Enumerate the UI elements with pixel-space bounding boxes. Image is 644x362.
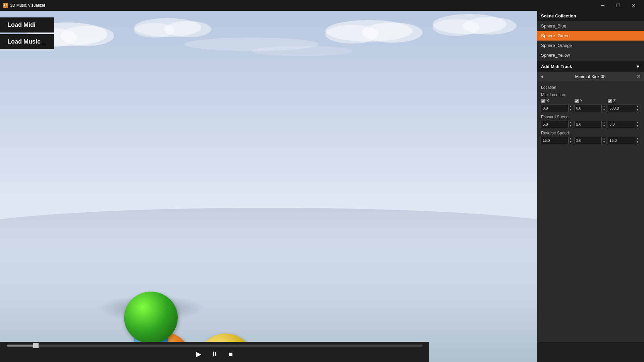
chevron-down-icon: ▼ xyxy=(636,64,640,69)
svg-point-8 xyxy=(362,22,423,43)
scene-item-sphere-blue[interactable]: Sphere_Blue xyxy=(537,21,644,31)
titlebar: AS 3D Music Visualizer ─ ☐ ✕ xyxy=(0,0,644,11)
y-axis-group: Y xyxy=(575,99,607,103)
forward-x-down[interactable]: ▼ xyxy=(569,124,573,128)
reverse-y-spinbox[interactable]: ▲ ▼ xyxy=(575,137,607,144)
forward-x-spinbox[interactable]: ▲ ▼ xyxy=(541,121,573,128)
reverse-z-spinbox[interactable]: ▲ ▼ xyxy=(608,137,640,144)
x-value-spinbox[interactable]: ▲ ▼ xyxy=(541,105,573,112)
forward-speed-values-row: ▲ ▼ ▲ ▼ ▲ xyxy=(541,121,640,128)
play-button[interactable]: ▶ xyxy=(193,349,204,359)
load-music-button[interactable]: Load Music _ xyxy=(0,34,54,49)
x-axis-label: X xyxy=(546,99,550,103)
forward-z-input[interactable] xyxy=(608,122,635,126)
titlebar-controls: ─ ☐ ✕ xyxy=(595,0,641,11)
svg-point-13 xyxy=(252,46,352,56)
z-spinbox-up[interactable]: ▲ xyxy=(635,105,640,108)
track-title: Minimal Kick 05 xyxy=(575,74,605,79)
forward-z-arrows: ▲ ▼ xyxy=(635,121,640,128)
playback-controls: ▶ ⏸ ■ xyxy=(193,349,236,359)
svg-point-6 xyxy=(325,20,413,42)
forward-y-up[interactable]: ▲ xyxy=(602,121,606,124)
progress-track[interactable] xyxy=(7,345,423,347)
x-value-input[interactable] xyxy=(541,106,568,110)
app-icon: AS xyxy=(3,3,8,8)
close-button[interactable]: ✕ xyxy=(626,0,641,11)
right-panel: Scene Collection Sphere_Blue Sphere_Gree… xyxy=(537,11,644,362)
z-value-input[interactable] xyxy=(608,106,635,110)
reverse-x-down[interactable]: ▼ xyxy=(569,140,573,144)
track-header: ◀ Minimal Kick 05 ✕ xyxy=(537,72,644,81)
track-close-button[interactable]: ✕ xyxy=(636,74,641,79)
reverse-x-input[interactable] xyxy=(541,138,568,142)
reverse-y-arrows: ▲ ▼ xyxy=(601,137,606,144)
forward-y-spinbox[interactable]: ▲ ▼ xyxy=(575,121,607,128)
load-midi-button[interactable]: Load Midi xyxy=(0,17,54,33)
x-spinbox-up[interactable]: ▲ xyxy=(569,105,573,108)
x-spinbox-down[interactable]: ▼ xyxy=(569,108,573,112)
forward-x-arrows: ▲ ▼ xyxy=(568,121,573,128)
x-spinbox-arrows: ▲ ▼ xyxy=(568,105,573,112)
reverse-z-input[interactable] xyxy=(608,138,635,142)
svg-point-11 xyxy=(463,17,517,35)
scene-item-sphere-orange[interactable]: Sphere_Orange xyxy=(537,41,644,50)
svg-point-10 xyxy=(433,19,480,36)
minimize-button[interactable]: ─ xyxy=(595,0,610,11)
z-value-spinbox[interactable]: ▲ ▼ xyxy=(608,105,640,112)
playback-bar: ▶ ⏸ ■ xyxy=(0,342,429,362)
forward-speed-label: Forward Speed: xyxy=(541,115,640,119)
reverse-x-up[interactable]: ▲ xyxy=(569,137,573,140)
z-axis-checkbox[interactable] xyxy=(608,99,612,103)
ground-plane xyxy=(0,208,537,335)
svg-point-4 xyxy=(134,23,174,38)
scene-collection-header: Scene Collection xyxy=(537,11,644,21)
reverse-y-up[interactable]: ▲ xyxy=(602,137,606,140)
y-spinbox-up[interactable]: ▲ xyxy=(602,105,606,108)
sphere-green xyxy=(124,292,178,344)
progress-thumb[interactable] xyxy=(33,343,39,348)
z-spinbox-down[interactable]: ▼ xyxy=(635,108,640,112)
scene-list: Sphere_Blue Sphere_Green Sphere_Orange S… xyxy=(537,21,644,60)
z-axis-label: Z xyxy=(613,99,617,103)
x-axis-group: X xyxy=(541,99,573,103)
x-axis-checkbox[interactable] xyxy=(541,99,545,103)
scene-item-sphere-yellow[interactable]: Sphere_Yellow xyxy=(537,50,644,60)
y-spinbox-down[interactable]: ▼ xyxy=(602,108,606,112)
y-value-spinbox[interactable]: ▲ ▼ xyxy=(575,105,607,112)
progress-fill xyxy=(7,345,36,347)
forward-y-arrows: ▲ ▼ xyxy=(601,121,606,128)
reverse-x-spinbox[interactable]: ▲ ▼ xyxy=(541,137,573,144)
svg-point-5 xyxy=(164,21,211,37)
max-location-label: Max Location: xyxy=(541,93,640,97)
reverse-x-arrows: ▲ ▼ xyxy=(568,137,573,144)
pause-button[interactable]: ⏸ xyxy=(209,349,220,359)
reverse-y-down[interactable]: ▼ xyxy=(602,140,606,144)
z-axis-group: Z xyxy=(608,99,640,103)
maximize-button[interactable]: ☐ xyxy=(610,0,626,11)
forward-z-up[interactable]: ▲ xyxy=(635,121,640,124)
scene-item-sphere-green[interactable]: Sphere_Green xyxy=(537,31,644,41)
reverse-z-down[interactable]: ▼ xyxy=(635,140,640,144)
add-midi-track[interactable]: Add Midi Track ▼ xyxy=(537,61,644,72)
titlebar-left: AS 3D Music Visualizer xyxy=(3,3,45,8)
forward-y-input[interactable] xyxy=(575,122,602,126)
collapse-icon: ◀ xyxy=(540,74,543,79)
forward-x-input[interactable] xyxy=(541,122,568,126)
app-title: 3D Music Visualizer xyxy=(10,3,45,8)
stop-button[interactable]: ■ xyxy=(225,349,236,359)
z-spinbox-arrows: ▲ ▼ xyxy=(635,105,640,112)
forward-y-down[interactable]: ▼ xyxy=(602,124,606,128)
clouds-decoration xyxy=(0,11,537,111)
forward-z-down[interactable]: ▼ xyxy=(635,124,640,128)
reverse-z-up[interactable]: ▲ xyxy=(635,137,640,140)
y-value-input[interactable] xyxy=(575,106,602,110)
axes-checkbox-row: X Y Z xyxy=(541,99,640,103)
forward-x-up[interactable]: ▲ xyxy=(569,121,573,124)
svg-point-2 xyxy=(60,26,114,46)
y-axis-label: Y xyxy=(580,99,584,103)
forward-z-spinbox[interactable]: ▲ ▼ xyxy=(608,121,640,128)
max-location-values-row: ▲ ▼ ▲ ▼ ▲ xyxy=(541,105,640,112)
y-axis-checkbox[interactable] xyxy=(575,99,579,103)
reverse-y-input[interactable] xyxy=(575,138,602,142)
main-container: Load Midi Load Music _ ▶ ⏸ ■ Scene Colle… xyxy=(0,11,644,362)
